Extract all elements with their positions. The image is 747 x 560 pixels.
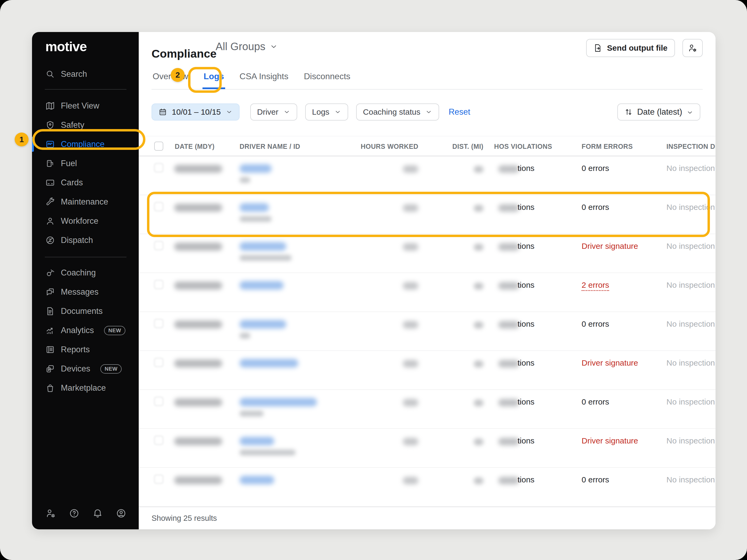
- help-icon[interactable]: [69, 508, 79, 519]
- table-row[interactable]: tions0 errorsNo inspection: [139, 312, 716, 351]
- table-row[interactable]: tionsDriver signatureNo inspection: [139, 429, 716, 468]
- logs-filter-label: Logs: [312, 107, 330, 116]
- whistle-icon: [45, 268, 55, 277]
- sidebar-item-analytics[interactable]: AnalyticsNEW: [32, 321, 139, 340]
- sidebar-item-devices[interactable]: DevicesNEW: [32, 359, 139, 378]
- row-checkbox[interactable]: [154, 319, 163, 328]
- driver-name-link-blurred[interactable]: [239, 437, 274, 445]
- table-row[interactable]: tions0 errorsNo inspection: [139, 156, 716, 195]
- sidebar-item-label: Compliance: [61, 139, 105, 149]
- driver-name-link-blurred[interactable]: [239, 203, 269, 212]
- hos-violations-blurred: [498, 165, 519, 173]
- table-row[interactable]: tions2 errorsNo inspection: [139, 273, 716, 312]
- user-settings-button[interactable]: [682, 39, 703, 57]
- row-checkbox[interactable]: [154, 280, 163, 289]
- sidebar-item-dispatch[interactable]: Dispatch: [32, 231, 139, 250]
- driver-name-link-blurred[interactable]: [239, 164, 272, 173]
- sidebar-item-cards[interactable]: Cards: [32, 173, 139, 192]
- row-checkbox[interactable]: [154, 436, 163, 445]
- hos-violations-partial: tions: [518, 397, 534, 406]
- group-selector[interactable]: All Groups: [215, 41, 278, 53]
- tab-logs[interactable]: Logs: [203, 70, 225, 89]
- send-output-file-button[interactable]: Send output file: [586, 39, 675, 57]
- date-range-filter[interactable]: 10/01 – 10/15: [152, 104, 239, 121]
- form-errors-value[interactable]: 2 errors: [582, 281, 609, 291]
- column-form-errors: FORM ERRORS: [582, 143, 633, 151]
- table-row-highlighted[interactable]: tions0 errorsNo inspection: [139, 195, 716, 234]
- driver-name-link-blurred[interactable]: [239, 242, 286, 251]
- driver-name-link-blurred[interactable]: [239, 476, 274, 484]
- sidebar-item-documents[interactable]: Documents: [32, 301, 139, 321]
- send-output-file-label: Send output file: [607, 44, 668, 53]
- send-file-icon: [594, 44, 603, 53]
- row-checkbox[interactable]: [154, 397, 163, 406]
- driver-name-link-blurred[interactable]: [239, 359, 298, 368]
- chevron-down-icon: [270, 43, 278, 51]
- sidebar-item-workforce[interactable]: Workforce: [32, 211, 139, 231]
- form-errors-value: 0 errors: [582, 203, 609, 212]
- reset-filters-link[interactable]: Reset: [449, 107, 470, 117]
- date-blurred: [174, 437, 222, 445]
- app-window: motive Search Fleet ViewSafetyCompliance…: [32, 32, 716, 529]
- sidebar-item-fleet-view[interactable]: Fleet View: [32, 96, 139, 115]
- row-checkbox[interactable]: [154, 358, 163, 367]
- sidebar-item-safety[interactable]: Safety: [32, 115, 139, 135]
- select-all-checkbox[interactable]: [154, 141, 163, 151]
- driver-id-blurred: [239, 177, 250, 183]
- hos-violations-partial: tions: [518, 203, 534, 212]
- account-icon[interactable]: [116, 508, 126, 519]
- inspection-value: No inspection: [666, 203, 715, 212]
- sort-selector[interactable]: Date (latest): [617, 104, 700, 121]
- hos-violations-blurred: [498, 477, 519, 484]
- table-row[interactable]: tions0 errorsNo inspection: [139, 468, 716, 507]
- form-errors-value: 0 errors: [582, 475, 609, 484]
- table-row[interactable]: tions0 errorsNo inspection: [139, 390, 716, 429]
- tab-bar: Overview Logs CSA Insights Disconnects: [152, 70, 703, 89]
- tab-overview[interactable]: Overview: [152, 70, 189, 89]
- sidebar-search-label: Search: [61, 69, 87, 79]
- driver-name-link-blurred[interactable]: [239, 398, 317, 406]
- table-row[interactable]: tionsDriver signatureNo inspection: [139, 234, 716, 273]
- driver-name-link-blurred[interactable]: [239, 320, 286, 328]
- sidebar-item-compliance[interactable]: Compliance: [32, 135, 139, 154]
- driver-name-link-blurred[interactable]: [239, 281, 284, 290]
- sidebar-item-fuel[interactable]: Fuel: [32, 154, 139, 173]
- distance-blurred: [474, 399, 483, 406]
- user-settings-icon[interactable]: [45, 508, 56, 519]
- sidebar-item-messages[interactable]: Messages: [32, 283, 139, 301]
- sidebar-item-label: Maintenance: [61, 197, 108, 207]
- row-checkbox[interactable]: [154, 163, 163, 172]
- row-checkbox[interactable]: [154, 202, 163, 211]
- table-row[interactable]: tionsDriver signatureNo inspection: [139, 351, 716, 390]
- inspection-value: No inspection: [666, 164, 715, 173]
- sidebar-item-coaching[interactable]: Coaching: [32, 263, 139, 283]
- driver-id-blurred: [239, 450, 295, 455]
- form-errors-value: Driver signature: [582, 242, 638, 251]
- hours-worked-blurred: [403, 360, 418, 368]
- sidebar-search[interactable]: Search: [32, 64, 139, 84]
- document-icon: [45, 306, 55, 316]
- driver-id-blurred: [239, 216, 272, 222]
- bell-icon[interactable]: [92, 508, 103, 519]
- sidebar-item-reports[interactable]: Reports: [32, 340, 139, 359]
- sidebar: motive Search Fleet ViewSafetyCompliance…: [32, 32, 139, 529]
- row-checkbox[interactable]: [154, 241, 163, 250]
- logs-filter[interactable]: Logs: [305, 104, 348, 121]
- driver-filter[interactable]: Driver: [250, 104, 297, 121]
- sidebar-item-marketplace[interactable]: Marketplace: [32, 378, 139, 398]
- bag-icon: [45, 383, 55, 393]
- driver-id-blurred: [239, 255, 291, 261]
- hos-violations-partial: tions: [518, 281, 534, 290]
- tab-csa-insights[interactable]: CSA Insights: [238, 70, 289, 89]
- driver-filter-label: Driver: [257, 107, 279, 116]
- report-icon: [45, 345, 55, 354]
- column-distance: DIST. (MI): [453, 143, 484, 151]
- tab-disconnects[interactable]: Disconnects: [303, 70, 351, 89]
- sidebar-item-maintenance[interactable]: Maintenance: [32, 192, 139, 211]
- analytics-icon: [45, 326, 55, 335]
- row-checkbox[interactable]: [154, 475, 163, 484]
- date-blurred: [174, 476, 222, 484]
- coaching-status-filter[interactable]: Coaching status: [356, 104, 439, 121]
- hos-violations-blurred: [498, 399, 519, 406]
- sidebar-item-label: Safety: [61, 120, 84, 130]
